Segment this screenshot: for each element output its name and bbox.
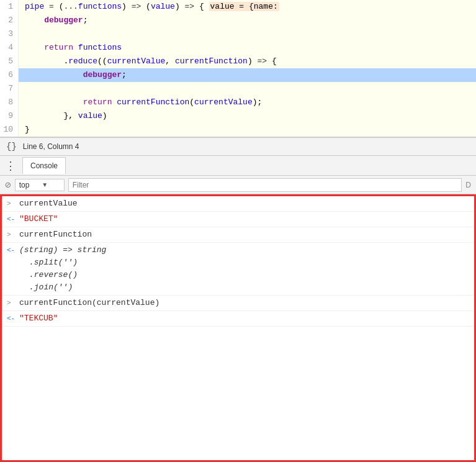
code-line-3: 3 — [0, 27, 476, 41]
code-content-10: } — [19, 123, 476, 137]
context-select[interactable]: top ▼ — [15, 179, 65, 191]
row-value-4: (string) => string .split('') .reverse()… — [19, 244, 469, 294]
console-row-2: <- "BUCKET" — [2, 212, 474, 227]
row-value-2: "BUCKET" — [19, 213, 469, 225]
output-arrow-6: <- — [7, 312, 19, 325]
expand-arrow-3[interactable]: > — [7, 229, 19, 241]
console-row-4: <- (string) => string .split('') .revers… — [2, 243, 474, 296]
code-content-4: return functions — [19, 41, 476, 55]
fn-reverse: .reverse() — [19, 269, 469, 281]
dropdown-arrow-icon: ▼ — [42, 181, 48, 188]
line-number-3: 3 — [0, 27, 19, 41]
tab-console[interactable]: Console — [22, 157, 66, 174]
console-menu-icon[interactable]: ⋮ — [5, 159, 16, 173]
line-number-1: 1 — [0, 0, 19, 14]
row-value-3: currentFunction — [19, 229, 469, 241]
line-number-9: 9 — [0, 109, 19, 123]
code-line-7: 7 — [0, 82, 476, 96]
row-value-1: currentValue — [19, 197, 469, 210]
console-row-6: <- "TEKCUB" — [2, 311, 474, 327]
code-content-5: .reduce((currentValue, currentFunction) … — [19, 55, 476, 68]
line-number-8: 8 — [0, 96, 19, 109]
code-line-4: 4 return functions — [0, 41, 476, 55]
expand-arrow-1[interactable]: > — [7, 197, 19, 210]
filter-input[interactable] — [68, 178, 462, 192]
code-content-1: pipe = (...functions) => (value) => { va… — [19, 0, 476, 14]
code-line-8: 8 return currentFunction(currentValue); — [0, 96, 476, 109]
output-arrow-4: <- — [7, 244, 19, 256]
code-content-8: return currentFunction(currentValue); — [19, 96, 476, 109]
code-line-5: 5 .reduce((currentValue, currentFunction… — [0, 55, 476, 68]
code-content-9: }, value) — [19, 109, 476, 123]
code-content-7 — [19, 82, 476, 96]
status-bar: {} Line 6, Column 4 — [0, 137, 476, 156]
line-number-7: 7 — [0, 82, 19, 96]
row-value-5: currentFunction(currentValue) — [19, 297, 469, 309]
code-line-9: 9 }, value) — [0, 109, 476, 123]
d-label: D — [465, 181, 471, 189]
line-number-4: 4 — [0, 41, 19, 55]
bottom-section: ⋮ Console ⊘ top ▼ D > — [0, 156, 476, 462]
no-entry-icon[interactable]: ⊘ — [5, 179, 11, 191]
code-content-6: debugger; — [19, 68, 476, 82]
code-line-6: 6 debugger; — [0, 68, 476, 82]
console-output-inner: > currentValue <- "BUCKET" > currentFunc… — [2, 196, 474, 327]
context-label: top — [19, 181, 30, 189]
code-editor: 1 pipe = (...functions) => (value) => { … — [0, 0, 476, 137]
console-row-5: > currentFunction(currentValue) — [2, 296, 474, 311]
status-text: Line 6, Column 4 — [23, 142, 79, 151]
console-row-3: > currentFunction — [2, 227, 474, 243]
console-output: > currentValue <- "BUCKET" > currentFunc… — [0, 194, 476, 462]
line-number-10: 10 — [0, 123, 19, 137]
code-content-2: debugger; — [19, 14, 476, 27]
code-line-1: 1 pipe = (...functions) => (value) => { … — [0, 0, 476, 14]
console-tabs: ⋮ Console — [0, 156, 476, 176]
code-line-2: 2 debugger; — [0, 14, 476, 27]
fn-split: .split('') — [19, 256, 469, 269]
line-number-6: 6 — [0, 68, 19, 82]
fn-join: .join('') — [19, 281, 469, 294]
code-content-3 — [19, 27, 476, 41]
fn-signature: (string) => string — [19, 244, 469, 256]
console-toolbar: ⊘ top ▼ D — [0, 176, 476, 194]
row-value-6: "TEKCUB" — [19, 312, 469, 325]
console-body: ⊘ top ▼ D > currentValue — [0, 176, 476, 462]
main-container: 1 pipe = (...functions) => (value) => { … — [0, 0, 476, 462]
curly-braces-icon: {} — [6, 142, 17, 152]
line-number-5: 5 — [0, 55, 19, 68]
code-line-10: 10 } — [0, 123, 476, 137]
output-arrow-2: <- — [7, 213, 19, 225]
expand-arrow-5[interactable]: > — [7, 297, 19, 309]
console-row-1: > currentValue — [2, 196, 474, 212]
line-number-2: 2 — [0, 14, 19, 27]
